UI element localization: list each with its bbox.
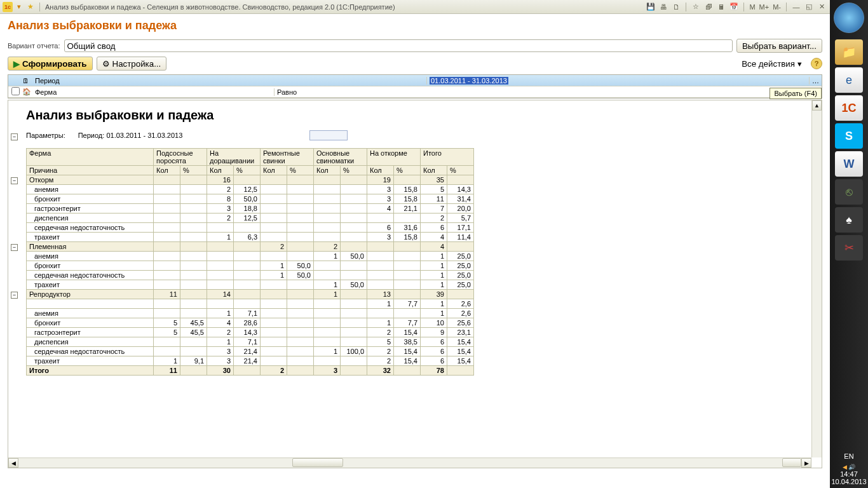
save-icon[interactable]: 💾 (645, 2, 656, 12)
choose-variant-button[interactable]: Выбрать вариант... (736, 39, 822, 53)
skype-icon[interactable]: S (835, 123, 863, 149)
group-collapse-icon[interactable]: − (11, 177, 18, 184)
settings-icon: ⚙ (102, 59, 110, 69)
tray-arrow-icon[interactable]: ◀ 🔊 (843, 464, 856, 470)
tooltip: Выбрать (F4) (770, 88, 822, 99)
mem-mminus[interactable]: M- (771, 3, 782, 11)
scrollbar-horizontal[interactable]: ◀ ▶ (8, 458, 811, 468)
period-icon: 🗓 (22, 77, 34, 85)
language-indicator[interactable]: EN (830, 452, 868, 460)
onec-icon[interactable]: 1C (835, 95, 863, 121)
calc-icon[interactable]: 🖩 (715, 2, 727, 12)
variant-label: Вариант отчета: (8, 42, 60, 50)
minimize-icon[interactable]: — (790, 2, 802, 12)
close-icon[interactable]: ✕ (816, 2, 827, 12)
scroll-up-icon[interactable]: ▲ (812, 100, 822, 111)
clock-date[interactable]: 10.04.2013 (830, 478, 868, 485)
tray-icon[interactable]: ⎋ (835, 179, 863, 205)
filter-row-farm[interactable]: 🏠 Ферма Равно (8, 86, 822, 98)
report-title: Анализ выбраковки и падежа (26, 108, 804, 123)
farm-operator[interactable]: Равно (274, 88, 426, 96)
scroll-right-icon[interactable]: ▶ (801, 458, 811, 468)
params-label: Параметры: (26, 132, 65, 139)
scroll-thumb-2[interactable] (782, 458, 801, 467)
filter-grid: 🗓 Период 01.03.2011 - 31.03.2013 … 🏠 Фер… (8, 74, 822, 98)
period-value[interactable]: 01.03.2011 - 31.03.2013 (430, 77, 508, 85)
history-icon[interactable]: 🗊 (703, 2, 714, 12)
snip-icon[interactable]: ✂ (835, 235, 863, 261)
scroll-left-icon[interactable]: ◀ (8, 458, 18, 468)
star-icon[interactable]: ☆ (690, 2, 702, 12)
report-table: ФермаПодсосные поросятаНа доращиванииРем… (26, 148, 474, 376)
variant-input[interactable] (64, 39, 733, 52)
farm-checkbox[interactable] (11, 87, 20, 95)
mem-m[interactable]: M (748, 3, 756, 11)
param-box (309, 130, 348, 140)
clock-time[interactable]: 14:47 (830, 470, 868, 478)
game-icon[interactable]: ♠ (835, 207, 863, 233)
scroll-thumb[interactable] (292, 458, 343, 467)
app-icon: 1c (3, 2, 13, 12)
word-icon[interactable]: W (835, 151, 863, 177)
window-title: Анализ выбраковки и падежа - Селекция в … (45, 3, 395, 11)
group-collapse-icon[interactable]: − (11, 292, 18, 299)
page-title: Анализ выбраковки и падежа (8, 19, 822, 32)
mem-mplus[interactable]: M+ (758, 3, 771, 11)
all-actions-button[interactable]: Все действия ▾ (736, 57, 807, 71)
preview-icon[interactable]: 🗋 (670, 2, 682, 12)
dropdown-icon[interactable]: ▾ (14, 2, 24, 12)
maximize-icon[interactable]: ◱ (803, 2, 815, 12)
play-icon: ▶ (13, 59, 20, 69)
favorites-icon[interactable]: ★ (25, 2, 36, 12)
chevron-down-icon: ▾ (797, 59, 802, 69)
filter-row-period[interactable]: 🗓 Период 01.03.2011 - 31.03.2013 … (8, 75, 822, 86)
group-collapse-icon[interactable]: − (11, 244, 18, 251)
form-button[interactable]: ▶ Сформировать (8, 57, 93, 71)
explorer-icon[interactable]: 📁 (835, 39, 863, 65)
settings-button[interactable]: ⚙ Настройка... (97, 57, 167, 71)
scrollbar-vertical[interactable]: ▲ (811, 100, 822, 458)
taskbar: 📁 e 1C S W ⎋ ♠ ✂ EN ◀ 🔊 14:47 10.04.2013 (830, 0, 868, 488)
ie-icon[interactable]: e (835, 67, 863, 93)
period-label: Период (34, 77, 274, 85)
help-icon[interactable]: ? (811, 58, 822, 69)
calendar-icon[interactable]: 📅 (728, 2, 740, 12)
print-icon[interactable]: 🖶 (658, 2, 669, 12)
tree-collapse-icon[interactable]: − (11, 133, 18, 140)
farm-label: Ферма (34, 88, 274, 96)
start-button[interactable] (834, 3, 864, 33)
period-picker-button[interactable]: … (809, 77, 822, 85)
params-period: Период: 01.03.2011 - 31.03.2013 (78, 132, 183, 139)
titlebar: 1c ▾ ★ Анализ выбраковки и падежа - Селе… (0, 0, 830, 14)
farm-icon: 🏠 (22, 88, 34, 96)
report-area: − Анализ выбраковки и падежа Параметры: … (8, 100, 822, 468)
